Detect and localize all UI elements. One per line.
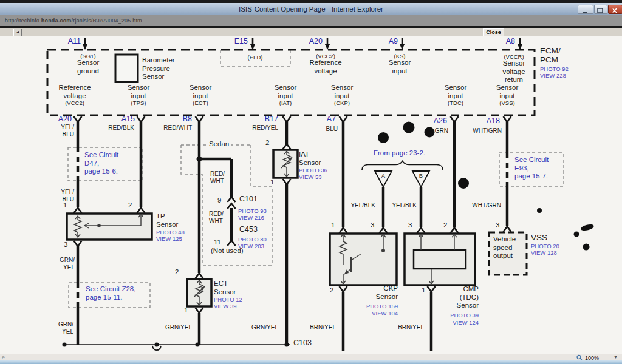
- sg1-function: Sensor ground: [58, 59, 118, 75]
- wire-grn-yel-4: GRN/YEL: [242, 324, 278, 331]
- zoom-caret-icon[interactable]: ▼: [613, 355, 618, 359]
- wire-grn-yel-3: GRN/YEL: [156, 324, 192, 331]
- minimize-icon: [578, 7, 592, 14]
- c101-label: C101: [239, 195, 258, 204]
- tps-code: (TPS): [108, 99, 169, 106]
- see-circuit-d47-link[interactable]: See Circuit D47, page 15-6.: [84, 151, 118, 176]
- ect-pin2: 2: [175, 269, 179, 276]
- wire-wht-grn-2: WHT/GRN: [463, 202, 501, 209]
- ckp-pin3: 3: [371, 222, 374, 229]
- maximize-button[interactable]: [594, 5, 607, 14]
- vss-pin3: 3: [496, 222, 499, 229]
- see-circuit-e93-link[interactable]: See Circuit E93, page 15-7.: [514, 156, 549, 181]
- wire-yel-blu-2: YEL/ BLU: [44, 189, 74, 203]
- vcc2-top-function: Reference voltage: [295, 59, 356, 75]
- ecm-pin-a9: A9: [367, 38, 398, 46]
- ecm-pin-e15: E15: [217, 38, 248, 46]
- wire-junction-dot: [197, 157, 202, 162]
- cmp-pin1: 1: [422, 287, 425, 294]
- pin-a20: A20: [41, 115, 72, 123]
- address-bar[interactable]: http://techinfo.honda.com/rjanisis/RJAAI…: [0, 15, 622, 27]
- taskbar-edge: [0, 360, 622, 364]
- vss-code: (VSS): [477, 99, 538, 106]
- ckp-view-link[interactable]: VIEW 104: [348, 310, 398, 317]
- cmp-view-link[interactable]: VIEW 124: [429, 319, 479, 326]
- wire-red-wht: RED/WHT: [156, 124, 192, 132]
- maximize-icon: [595, 7, 606, 14]
- toolbar: ◄ Close: [0, 28, 622, 36]
- cmp-sensor-label: CMP (TDC) Sensor: [429, 285, 479, 310]
- close-icon: [609, 7, 621, 14]
- close-page-button[interactable]: Close: [483, 28, 504, 36]
- pin-b8: B8: [162, 115, 192, 123]
- barometer-box: [115, 55, 138, 82]
- ckp-photo-link[interactable]: PHOTO 159: [348, 303, 398, 310]
- cmp-pin3: 3: [408, 222, 412, 229]
- ect-view-link[interactable]: VIEW 39: [214, 303, 237, 310]
- pin-a15: A15: [104, 115, 135, 123]
- wire-yel-blk-1: YEL/BLK: [342, 202, 375, 209]
- ecm-pcm-title: ECM/ PCM: [540, 46, 561, 64]
- url-text: http://techinfo.honda.com/rjanisis/RJAAI…: [5, 18, 142, 24]
- pin-a18: A18: [470, 117, 500, 125]
- ckp-pin1: 1: [331, 222, 335, 229]
- ecm-pin-a11: A11: [50, 38, 81, 46]
- pin-a26: A26: [417, 117, 447, 125]
- vcc2-bottom-code: (VCC2): [44, 99, 105, 106]
- window-title: ISIS-Content Opening Page - Internet Exp…: [0, 5, 622, 13]
- wire-brn-yel-2: BRN/YEL: [388, 324, 424, 331]
- tp-view-link[interactable]: VIEW 125: [156, 235, 182, 243]
- wire-grn-yel-2: GRN/ YEL: [40, 321, 73, 335]
- pin-b17: B17: [248, 115, 278, 123]
- iat-sensor-label: IAT Sensor: [299, 150, 321, 167]
- c101-view-link[interactable]: VIEW 216: [238, 214, 264, 221]
- from-page-link[interactable]: From page 23-2.: [374, 149, 446, 158]
- c453-pin: 11: [214, 239, 221, 246]
- c103-bus: [63, 343, 290, 351]
- ect-pin1: 1: [184, 307, 188, 314]
- iat-pin2: 2: [265, 140, 269, 147]
- c103-label: C103: [293, 339, 312, 348]
- from-page-brace: [362, 161, 443, 171]
- vss-box-label: Vehicle speed output: [493, 235, 516, 260]
- ks-function: Sensor input: [369, 59, 430, 75]
- wire-red-yel: RED/YEL: [242, 124, 278, 132]
- c453-label: C453: [239, 226, 258, 234]
- wire-grn-yel-1: GRN/ YEL: [41, 257, 75, 271]
- minimize-button[interactable]: [578, 5, 593, 14]
- eld-code: (ELD): [225, 54, 285, 61]
- iat-view-link[interactable]: VIEW 53: [299, 174, 322, 181]
- ect-function: Sensor input: [170, 84, 231, 100]
- c101-pin: 9: [217, 197, 221, 204]
- tp-pin2: 2: [128, 202, 132, 209]
- tp-pin1: 1: [63, 202, 67, 209]
- ect-code: (ECT): [170, 99, 231, 106]
- iat-code: (IAT): [255, 99, 316, 106]
- wire-wht-grn-1: WHT/GRN: [464, 127, 502, 135]
- back-icon: ◄: [16, 30, 20, 34]
- not-used-label: (Not used): [211, 247, 244, 255]
- ckp-sensor-box: [330, 234, 397, 285]
- wire-red-blk: RED/BLK: [99, 124, 134, 132]
- back-button[interactable]: ◄: [13, 29, 22, 36]
- wire-red-wht-3: RED/ WHT: [209, 211, 224, 225]
- vss-label: VSS: [531, 233, 547, 242]
- barometer-label: Barometer Pressure Sensor: [142, 56, 175, 81]
- ckp-pin2: 2: [330, 287, 333, 294]
- iat-function: Sensor input: [255, 84, 316, 100]
- ckp-code: (CKP): [312, 99, 372, 106]
- vss-view-link[interactable]: VIEW 128: [531, 249, 557, 257]
- vcc2-bottom-function: Reference voltage: [44, 84, 105, 100]
- wire-blu: BLU: [307, 126, 338, 133]
- ecm-view-link[interactable]: VIEW 228: [540, 72, 566, 79]
- ckp-sensor-label: CKP Sensor: [348, 285, 398, 301]
- tps-function: Sensor input: [108, 84, 169, 100]
- tp-pin3: 3: [64, 241, 67, 249]
- see-circuit-z28-link[interactable]: See Circuit Z28, page 15-11.: [86, 285, 135, 302]
- cmp-photo-link[interactable]: PHOTO 39: [429, 312, 479, 319]
- tp-sensor-label: TP Sensor: [156, 212, 178, 229]
- iat-pin1: 1: [270, 179, 274, 186]
- window-close-button[interactable]: [608, 5, 622, 14]
- vccr-function: Sensor voltage return: [484, 59, 544, 84]
- ecm-pin-a8: A8: [485, 38, 515, 46]
